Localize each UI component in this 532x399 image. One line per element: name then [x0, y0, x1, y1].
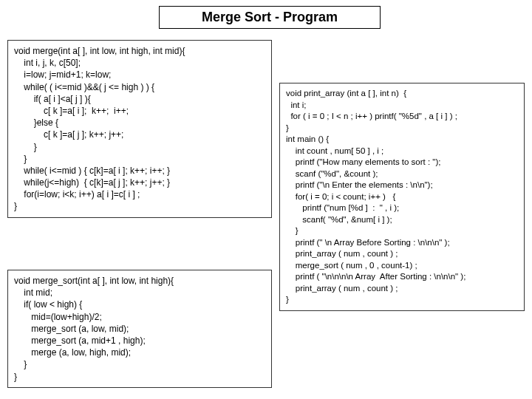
title-box: Merge Sort - Program — [159, 6, 381, 29]
code-main-function: void print_array (int a [ ], int n) { in… — [279, 83, 525, 311]
title-text: Merge Sort - Program — [202, 10, 338, 24]
code-merge-function: void merge(int a[ ], int low, int high, … — [7, 40, 272, 218]
code-mergesort-function: void merge_sort(int a[ ], int low, int h… — [7, 270, 272, 388]
